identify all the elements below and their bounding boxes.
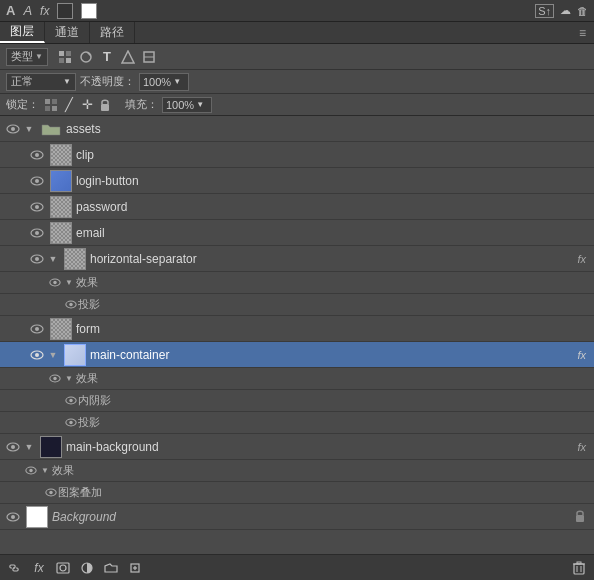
adjustment-filter-icon[interactable] — [77, 48, 95, 66]
layer-row[interactable]: ▼ 效果 — [0, 368, 594, 390]
add-adjustment-icon[interactable] — [78, 559, 96, 577]
expand-arrow-icon[interactable]: ▼ — [22, 122, 36, 136]
layer-row[interactable]: Background — [0, 504, 594, 530]
visibility-toggle[interactable] — [28, 172, 46, 190]
visibility-toggle[interactable] — [28, 224, 46, 242]
link-layers-icon[interactable] — [6, 559, 24, 577]
opacity-input[interactable]: 100% ▼ — [139, 73, 189, 91]
layer-row[interactable]: ▼ horizontal-separator fx — [0, 246, 594, 272]
visibility-toggle[interactable] — [64, 416, 78, 430]
shape-filter-icon[interactable] — [119, 48, 137, 66]
visibility-toggle[interactable] — [24, 464, 38, 478]
lock-position-icon[interactable]: ╱ — [61, 97, 77, 113]
photoshop-panel: A A fx S↑ ☁ 🗑 图层 通道 路径 ≡ 类型 ▼ — [0, 0, 594, 580]
text-filter-icon[interactable]: T — [98, 48, 116, 66]
background-color[interactable] — [81, 3, 97, 19]
layers-list: ▼ assets clip login-button — [0, 116, 594, 554]
blend-mode-select[interactable]: 正常 ▼ — [6, 73, 76, 91]
visibility-toggle[interactable] — [28, 198, 46, 216]
tab-layers[interactable]: 图层 — [0, 22, 45, 43]
lock-badge — [574, 509, 586, 525]
layer-row[interactable]: ▼ main-container fx — [0, 342, 594, 368]
svg-point-32 — [35, 353, 39, 357]
create-group-icon[interactable] — [102, 559, 120, 577]
layer-row[interactable]: clip — [0, 142, 594, 168]
layer-row[interactable]: form — [0, 316, 594, 342]
svg-rect-56 — [577, 562, 581, 564]
layer-row[interactable]: password — [0, 194, 594, 220]
lock-pixels-icon[interactable] — [43, 97, 59, 113]
tab-menu-button[interactable]: ≡ — [571, 22, 594, 43]
visibility-toggle[interactable] — [28, 146, 46, 164]
visibility-toggle[interactable] — [28, 320, 46, 338]
layer-row[interactable]: 图案叠加 — [0, 482, 594, 504]
visibility-toggle[interactable] — [4, 508, 22, 526]
svg-rect-8 — [45, 99, 50, 104]
svg-rect-10 — [45, 106, 50, 111]
smart-filter-icon[interactable] — [140, 48, 158, 66]
visibility-toggle[interactable] — [64, 298, 78, 312]
type-filter-toolbar: 类型 ▼ T — [0, 44, 594, 70]
select-arrow-icon: ▼ — [35, 52, 43, 61]
visibility-toggle[interactable] — [44, 486, 58, 500]
tab-paths[interactable]: 路径 — [90, 22, 135, 43]
layer-row[interactable]: 投影 — [0, 294, 594, 316]
svg-point-26 — [53, 281, 56, 284]
svg-marker-5 — [122, 51, 134, 63]
filter-icons: T — [56, 48, 158, 66]
expand-arrow-icon[interactable]: ▼ — [62, 372, 76, 386]
visibility-toggle[interactable] — [64, 394, 78, 408]
layer-row[interactable]: 内阴影 — [0, 390, 594, 412]
visibility-toggle[interactable] — [4, 120, 22, 138]
visibility-toggle[interactable] — [4, 438, 22, 456]
visibility-toggle[interactable] — [28, 250, 46, 268]
layer-thumbnail — [40, 436, 62, 458]
add-style-icon[interactable]: fx — [30, 559, 48, 577]
expand-arrow-icon[interactable]: ▼ — [62, 276, 76, 290]
layer-name: login-button — [76, 174, 590, 188]
pixel-filter-icon[interactable] — [56, 48, 74, 66]
svg-rect-11 — [52, 106, 57, 111]
layer-name: Background — [52, 510, 574, 524]
lock-all-icon[interactable] — [97, 97, 113, 113]
smart-object-icon[interactable]: S↑ — [535, 4, 554, 18]
add-mask-icon[interactable] — [54, 559, 72, 577]
foreground-color[interactable] — [57, 3, 73, 19]
expand-arrow-icon[interactable]: ▼ — [46, 252, 60, 266]
layer-row[interactable]: ▼ 效果 — [0, 460, 594, 482]
svg-point-44 — [49, 491, 52, 494]
visibility-toggle[interactable] — [48, 372, 62, 386]
visibility-toggle[interactable] — [48, 276, 62, 290]
visibility-toggle[interactable] — [28, 346, 46, 364]
layer-row[interactable]: login-button — [0, 168, 594, 194]
fill-input[interactable]: 100% ▼ — [162, 97, 212, 113]
expand-arrow-icon[interactable]: ▼ — [46, 348, 60, 362]
layer-type-select[interactable]: 类型 ▼ — [6, 48, 48, 66]
svg-point-16 — [35, 153, 39, 157]
fx-badge: fx — [577, 349, 586, 361]
svg-point-49 — [60, 565, 66, 571]
fx-tool-icon[interactable]: fx — [40, 4, 49, 18]
layer-row[interactable]: email — [0, 220, 594, 246]
text-tool-icon[interactable]: A — [6, 3, 15, 18]
tab-bar: 图层 通道 路径 ≡ — [0, 22, 594, 44]
svg-point-18 — [35, 179, 39, 183]
delete-layer-icon[interactable] — [570, 559, 588, 577]
layer-name: main-background — [66, 440, 577, 454]
create-layer-icon[interactable] — [126, 559, 144, 577]
effect-name: 内阴影 — [78, 393, 590, 408]
lock-artboard-icon[interactable]: ✛ — [79, 97, 95, 113]
layer-row[interactable]: ▼ 效果 — [0, 272, 594, 294]
layer-row[interactable]: 投影 — [0, 412, 594, 434]
expand-arrow-icon[interactable]: ▼ — [22, 440, 36, 454]
effect-name: 图案叠加 — [58, 485, 590, 500]
svg-point-30 — [35, 327, 39, 331]
tab-channels[interactable]: 通道 — [45, 22, 90, 43]
layer-row[interactable]: ▼ assets — [0, 116, 594, 142]
layer-row[interactable]: ▼ main-background fx — [0, 434, 594, 460]
delete-icon[interactable]: 🗑 — [577, 5, 588, 17]
expand-arrow-icon[interactable]: ▼ — [38, 464, 52, 478]
fx-badge: fx — [577, 441, 586, 453]
cloud-icon[interactable]: ☁ — [560, 4, 571, 17]
text-tool-italic-icon[interactable]: A — [23, 3, 32, 18]
